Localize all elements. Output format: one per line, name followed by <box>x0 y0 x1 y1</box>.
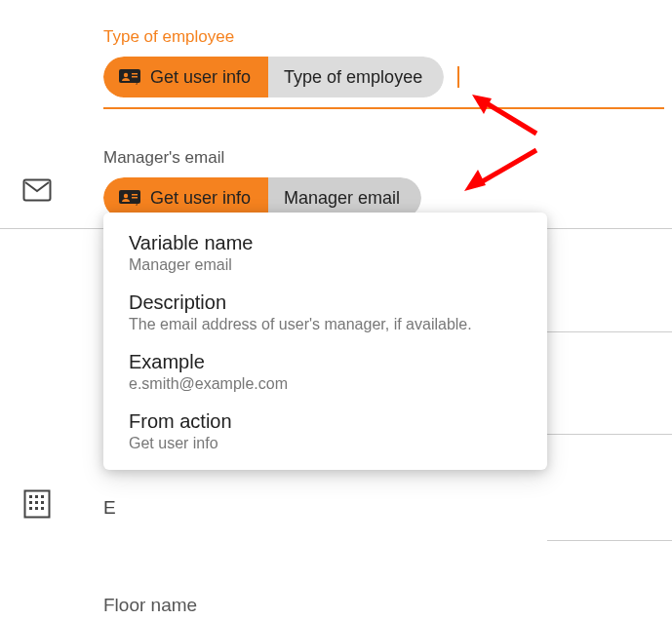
svg-rect-8 <box>29 507 32 510</box>
annotation-arrow-icon <box>458 144 546 198</box>
mail-icon <box>20 178 55 202</box>
divider-line <box>547 228 672 229</box>
divider-line <box>547 434 672 435</box>
svg-rect-2 <box>29 495 32 498</box>
popup-example-label: Example <box>129 351 522 373</box>
text-cursor <box>457 66 459 88</box>
popup-fromaction-label: From action <box>129 410 522 433</box>
popup-varname-label: Variable name <box>129 232 522 254</box>
svg-rect-18 <box>132 194 138 196</box>
variable-info-popup: Variable name Manager email Description … <box>103 213 547 470</box>
svg-rect-7 <box>41 501 44 504</box>
divider-line <box>547 331 672 332</box>
popup-description-label: Description <box>129 291 522 314</box>
svg-rect-13 <box>132 73 138 75</box>
svg-rect-6 <box>35 501 38 504</box>
svg-line-21 <box>482 100 536 134</box>
pill-action-label: Get user info <box>150 188 251 209</box>
svg-point-12 <box>124 73 128 77</box>
field-label-floor-name: Floor name <box>103 595 197 616</box>
svg-rect-9 <box>35 507 38 510</box>
svg-point-17 <box>124 194 128 198</box>
popup-example-value: e.smith@example.com <box>129 375 522 393</box>
pill-variable-label: Manager email <box>284 188 400 209</box>
svg-text:i: i <box>136 201 138 206</box>
partial-text: E <box>103 497 116 519</box>
popup-varname-value: Manager email <box>129 256 522 274</box>
pill-variable-label: Type of employee <box>284 67 422 88</box>
divider-line <box>547 540 672 541</box>
svg-rect-3 <box>35 495 38 498</box>
divider-line <box>0 228 103 229</box>
svg-rect-19 <box>132 197 138 199</box>
popup-description-value: The email address of user's manager, if … <box>129 316 522 333</box>
field-label-managers-email: Manager's email <box>103 148 664 168</box>
field-label-type-of-employee: Type of employee <box>103 27 664 47</box>
svg-rect-4 <box>41 495 44 498</box>
building-icon <box>20 489 55 519</box>
variable-pill-type-of-employee[interactable]: i Get user info Type of employee <box>103 57 444 97</box>
svg-rect-14 <box>132 76 138 78</box>
popup-fromaction-value: Get user info <box>129 435 522 452</box>
contact-card-icon: i <box>119 69 140 85</box>
svg-marker-24 <box>464 170 486 191</box>
pill-action-label: Get user info <box>150 67 251 88</box>
svg-rect-5 <box>29 501 32 504</box>
svg-text:i: i <box>136 80 138 85</box>
field-underline <box>103 107 664 109</box>
svg-line-23 <box>476 150 536 185</box>
annotation-arrow-icon <box>468 93 546 141</box>
svg-rect-10 <box>41 507 44 510</box>
contact-card-icon: i <box>119 190 140 206</box>
svg-marker-22 <box>472 95 492 114</box>
